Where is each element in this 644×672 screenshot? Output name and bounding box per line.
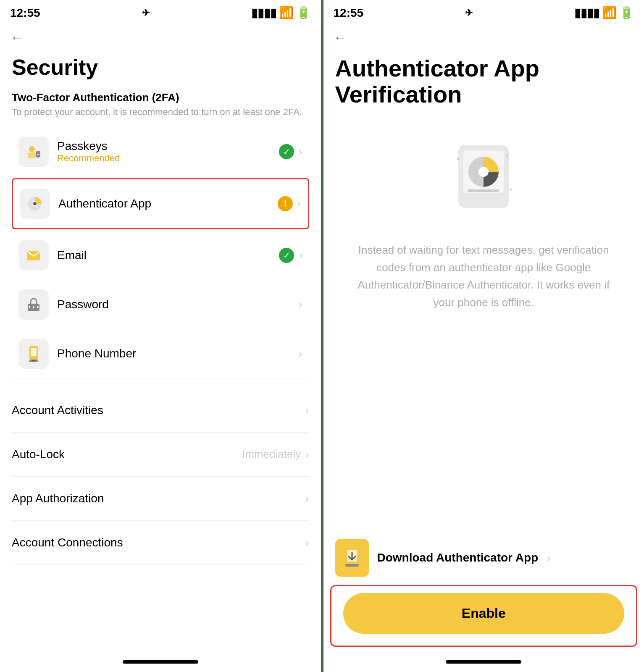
auth-app-icon: [26, 195, 43, 212]
download-app-icon: [335, 539, 369, 577]
email-badge: ✓: [279, 248, 294, 263]
right-screen: 12:55 ✈ ▮▮▮▮ 📶 🔋 ← Authenticator App Ver…: [323, 0, 644, 672]
app-authorization-chevron: ›: [305, 492, 309, 505]
account-connections-label: Account Connections: [12, 536, 305, 549]
auth-illustration: ✦ ✦ ✦: [335, 120, 633, 242]
divider-1: [12, 378, 309, 388]
menu-item-app-authorization[interactable]: App Authorization ›: [12, 477, 309, 521]
password-chevron: ›: [298, 298, 302, 311]
wifi-icon: 📶: [279, 6, 294, 20]
right-page-content: Authenticator App Verification: [323, 49, 644, 527]
svg-point-10: [33, 306, 34, 308]
home-indicator-right: [446, 660, 521, 664]
download-row[interactable]: Download Authenticator App ›: [323, 527, 644, 585]
svg-rect-20: [468, 189, 499, 192]
enable-button-wrapper: Enable: [330, 585, 638, 647]
password-icon: [25, 296, 42, 313]
passkeys-icon-bg: [18, 136, 49, 167]
email-right: ✓ ›: [279, 248, 302, 263]
auto-lock-label: Auto-Lock: [12, 448, 242, 461]
auth-app-icon-bg: [20, 189, 50, 219]
enable-button[interactable]: Enable: [343, 593, 625, 634]
auth-app-text-group: Authenticator App: [58, 197, 278, 210]
phone-label: Phone Number: [57, 347, 298, 360]
email-label: Email: [57, 249, 279, 262]
passkeys-text-group: Passkeys Recommended: [57, 139, 279, 164]
password-icon-bg: [18, 289, 49, 320]
battery-icon: 🔋: [296, 6, 311, 20]
signal-icon-right: ▮▮▮▮: [574, 6, 599, 20]
status-icons-right: ▮▮▮▮ 📶 🔋: [574, 6, 634, 20]
security-item-passkeys[interactable]: Passkeys Recommended ✓ ›: [12, 127, 309, 176]
status-bar-left: 12:55 ✈ ▮▮▮▮ 📶 🔋: [0, 0, 321, 23]
auth-app-illustration: ✦ ✦ ✦: [437, 136, 530, 229]
account-activities-chevron: ›: [305, 404, 309, 417]
security-item-authenticator-app[interactable]: Authenticator App ! ›: [12, 178, 309, 229]
phone-icon-bg: [18, 339, 49, 369]
account-activities-label: Account Activities: [12, 404, 305, 417]
app-authorization-label: App Authorization: [12, 492, 305, 505]
security-item-password[interactable]: Password ›: [12, 280, 309, 329]
phone-chevron: ›: [298, 347, 302, 360]
email-icon: [25, 247, 42, 264]
svg-point-6: [33, 202, 37, 205]
svg-text:✦: ✦: [505, 152, 510, 159]
auth-app-chevron: ›: [297, 197, 301, 210]
passkeys-sublabel: Recommended: [57, 153, 279, 164]
email-icon-bg: [18, 240, 49, 270]
email-text-group: Email: [57, 249, 279, 262]
email-chevron: ›: [298, 249, 302, 262]
battery-icon-right: 🔋: [619, 6, 634, 20]
svg-rect-13: [31, 348, 37, 356]
2fa-section-subtitle: To protect your account, it is recommend…: [12, 106, 309, 119]
password-label: Password: [57, 298, 298, 311]
auth-app-label: Authenticator App: [58, 197, 278, 210]
left-screen: 12:55 ✈ ▮▮▮▮ 📶 🔋 ← Security Two-Factor A…: [0, 0, 323, 672]
security-item-email[interactable]: Email ✓ ›: [12, 231, 309, 280]
passkeys-right: ✓ ›: [279, 144, 302, 159]
svg-rect-15: [32, 360, 35, 361]
passkeys-chevron: ›: [298, 145, 302, 158]
phone-right: ›: [298, 347, 302, 360]
page-title-right: Authenticator App Verification: [335, 55, 633, 107]
svg-rect-27: [345, 564, 359, 567]
security-item-phone[interactable]: Phone Number ›: [12, 329, 309, 378]
status-icons-left: ▮▮▮▮ 📶 🔋: [251, 6, 311, 20]
auth-description: Instead of waiting for text messages, ge…: [335, 242, 633, 328]
home-indicator-left: [123, 660, 198, 664]
menu-item-account-activities[interactable]: Account Activities ›: [12, 388, 309, 433]
svg-text:✦: ✦: [509, 186, 513, 192]
auth-app-right: ! ›: [278, 196, 301, 211]
auto-lock-value: Immediately: [242, 448, 301, 461]
passkeys-badge: ✓: [279, 144, 294, 159]
time-left: 12:55: [10, 6, 40, 20]
download-icon-svg: [343, 546, 361, 569]
account-connections-chevron: ›: [305, 536, 309, 549]
auto-lock-chevron: ›: [305, 448, 309, 461]
2fa-section-title: Two-Factor Authentication (2FA): [12, 91, 309, 104]
password-text-group: Password: [57, 298, 298, 311]
phone-icon: [25, 345, 42, 362]
check-icon-passkeys: ✓: [283, 147, 290, 157]
download-label: Download Authenticator App: [377, 551, 539, 564]
status-bar-right: 12:55 ✈ ▮▮▮▮ 📶 🔋: [323, 0, 644, 23]
download-chevron: ›: [547, 551, 550, 564]
wifi-icon-right: 📶: [602, 6, 617, 20]
exclamation-icon-auth: !: [284, 199, 287, 208]
svg-point-11: [37, 306, 39, 308]
menu-item-account-connections[interactable]: Account Connections ›: [12, 521, 309, 565]
auth-app-badge: !: [278, 196, 293, 211]
menu-item-auto-lock[interactable]: Auto-Lock Immediately ›: [12, 433, 309, 477]
svg-rect-1: [28, 152, 36, 158]
svg-text:✦: ✦: [455, 155, 461, 163]
svg-point-0: [29, 146, 35, 152]
password-right: ›: [298, 298, 302, 311]
check-icon-email: ✓: [283, 250, 290, 260]
time-right: 12:55: [334, 6, 364, 20]
page-title-left: Security: [12, 55, 309, 79]
signal-icon: ▮▮▮▮: [251, 6, 276, 20]
left-page-content: Security Two-Factor Authentication (2FA)…: [0, 49, 321, 655]
back-button-left[interactable]: ←: [0, 23, 321, 49]
back-button-right[interactable]: ←: [323, 23, 644, 49]
passkeys-label: Passkeys: [57, 139, 279, 153]
